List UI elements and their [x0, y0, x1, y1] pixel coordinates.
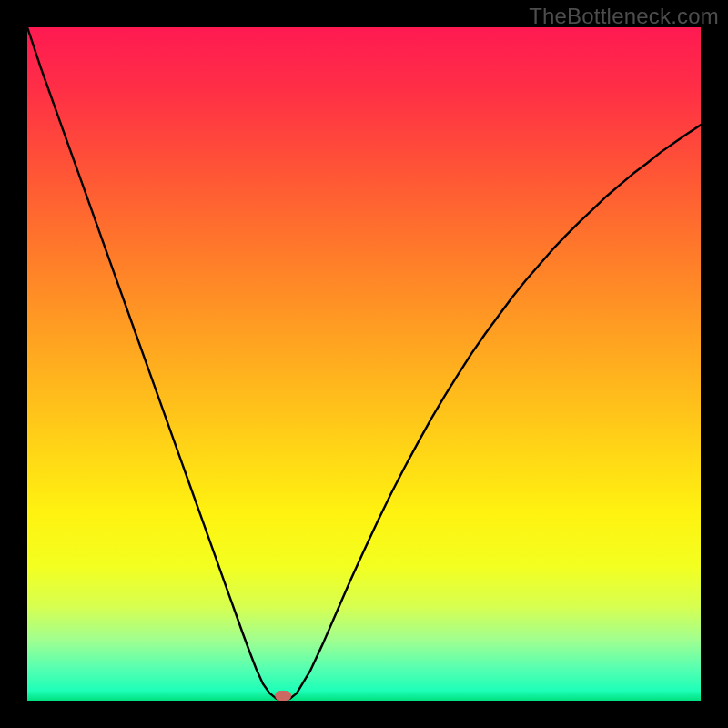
chart-frame: TheBottleneck.com	[0, 0, 728, 728]
chart-svg	[27, 27, 701, 701]
plot-area	[27, 27, 701, 701]
watermark-text: TheBottleneck.com	[529, 4, 719, 29]
optimal-marker	[275, 691, 291, 701]
svg-rect-0	[27, 27, 701, 701]
